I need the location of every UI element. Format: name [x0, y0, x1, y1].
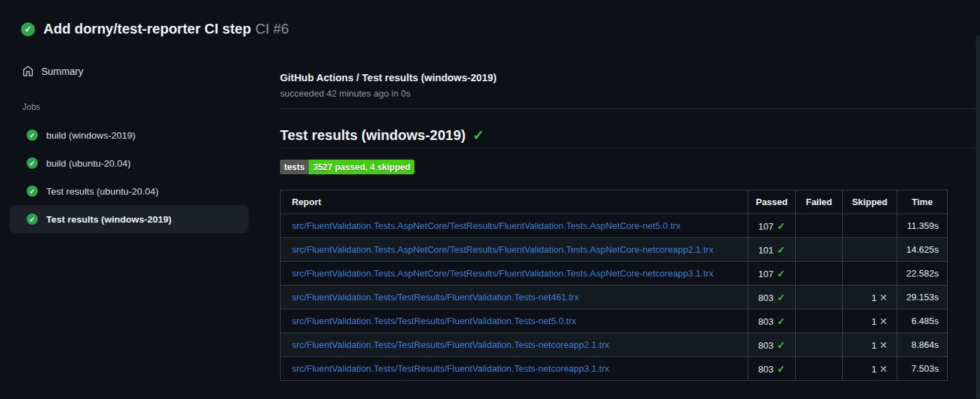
passed-cell: 803✓: [748, 286, 796, 309]
check-icon: ✓: [777, 220, 785, 232]
failed-cell: [796, 214, 843, 238]
table-row: src/FluentValidation.Tests/TestResults/F…: [281, 286, 948, 309]
skipped-cell: 1✕: [843, 286, 897, 309]
x-icon: ✕: [879, 363, 888, 374]
check-run-title: GitHub Actions / Test results (windows-2…: [280, 72, 496, 83]
run-number: CI #6: [255, 21, 289, 36]
failed-cell: [796, 333, 843, 357]
time-cell: 11.359s: [897, 214, 948, 238]
table-row: src/FluentValidation.Tests.AspNetCore/Te…: [281, 214, 948, 238]
check-run-status: succeeded 42 minutes ago in 0s: [280, 88, 410, 99]
divider: [280, 148, 980, 148]
report-link[interactable]: src/FluentValidation.Tests/TestResults/F…: [292, 363, 609, 374]
report-link[interactable]: src/FluentValidation.Tests/TestResults/F…: [292, 316, 576, 326]
report-link[interactable]: src/FluentValidation.Tests.AspNetCore/Te…: [292, 268, 713, 279]
home-icon: [22, 66, 34, 77]
jobs-section-label: Jobs: [22, 102, 40, 112]
report-link[interactable]: src/FluentValidation.Tests.AspNetCore/Te…: [292, 220, 680, 231]
sidebar-job-item[interactable]: ✓Test results (ubuntu-20.04): [10, 177, 248, 205]
success-check-icon: ✓: [27, 186, 38, 197]
passed-cell: 803✓: [748, 309, 796, 333]
column-header: Failed: [796, 190, 843, 214]
check-icon: ✓: [777, 316, 785, 327]
skipped-cell: [843, 238, 897, 262]
job-list: ✓build (windows-2019)✓build (ubuntu-20.0…: [10, 121, 248, 233]
skipped-cell: [843, 214, 897, 238]
time-cell: 8.864s: [897, 333, 948, 357]
skipped-cell: [843, 262, 897, 286]
column-header: Time: [897, 190, 948, 214]
time-cell: 6.485s: [897, 309, 948, 333]
x-icon: ✕: [879, 292, 888, 303]
table-row: src/FluentValidation.Tests/TestResults/F…: [281, 309, 948, 333]
x-icon: ✕: [879, 340, 888, 351]
success-check-icon: ✓: [27, 130, 38, 141]
skipped-cell: 1✕: [843, 333, 897, 357]
column-header: Skipped: [843, 190, 897, 214]
table-row: src/FluentValidation.Tests/TestResults/F…: [281, 333, 948, 357]
passed-cell: 101✓: [748, 238, 796, 262]
table-row: src/FluentValidation.Tests.AspNetCore/Te…: [281, 262, 948, 286]
report-link[interactable]: src/FluentValidation.Tests/TestResults/F…: [292, 340, 609, 350]
run-header: ✓ Add dorny/test-reporter CI stepCI #6: [21, 21, 289, 37]
time-cell: 22.582s: [897, 262, 948, 286]
failed-cell: [796, 286, 843, 309]
table-row: src/FluentValidation.Tests/TestResults/F…: [281, 357, 948, 381]
tests-badge[interactable]: tests 3527 passed, 4 skipped: [280, 160, 414, 174]
skipped-cell: 1✕: [843, 357, 897, 381]
column-header: Passed: [748, 190, 796, 214]
job-label: Test results (ubuntu-20.04): [46, 186, 159, 197]
summary-label: Summary: [41, 66, 83, 77]
time-cell: 7.503s: [897, 357, 948, 381]
failed-cell: [796, 309, 843, 333]
section-title: Test results (windows-2019): [280, 127, 465, 144]
passed-cell: 803✓: [748, 357, 796, 381]
failed-cell: [796, 357, 843, 381]
x-icon: ✕: [879, 316, 888, 327]
run-title: Add dorny/test-reporter CI step: [43, 21, 251, 36]
badge-label: tests: [280, 160, 309, 174]
test-results-table: ReportPassedFailedSkippedTime src/Fluent…: [280, 190, 948, 381]
job-label: build (ubuntu-20.04): [46, 158, 131, 169]
passed-cell: 107✓: [748, 262, 796, 286]
scrollbar[interactable]: [976, 35, 980, 399]
failed-cell: [796, 262, 843, 286]
skipped-cell: 1✕: [843, 309, 897, 333]
table-header-row: ReportPassedFailedSkippedTime: [281, 190, 948, 214]
success-check-icon: ✓: [21, 22, 35, 36]
passed-cell: 803✓: [748, 333, 796, 357]
check-icon: ✓: [777, 363, 785, 374]
check-icon: ✓: [777, 292, 785, 303]
sidebar-job-item[interactable]: ✓build (ubuntu-20.04): [10, 149, 248, 177]
failed-cell: [796, 238, 843, 262]
job-label: build (windows-2019): [46, 130, 136, 141]
report-link[interactable]: src/FluentValidation.Tests/TestResults/F…: [292, 292, 579, 302]
sidebar-job-item[interactable]: ✓build (windows-2019): [10, 121, 248, 149]
check-icon: ✓: [777, 244, 785, 255]
column-header: Report: [281, 190, 748, 214]
report-link[interactable]: src/FluentValidation.Tests.AspNetCore/Te…: [292, 244, 713, 255]
sidebar-item-summary[interactable]: Summary: [22, 66, 83, 77]
passed-cell: 107✓: [748, 214, 796, 238]
table-row: src/FluentValidation.Tests.AspNetCore/Te…: [281, 238, 948, 262]
time-cell: 14.625s: [897, 238, 948, 262]
sidebar-job-item[interactable]: ✓Test results (windows-2019): [10, 205, 248, 233]
check-icon: ✓: [777, 340, 785, 351]
success-check-icon: ✓: [27, 214, 38, 225]
success-check-icon: ✓: [27, 158, 38, 169]
check-icon: ✓: [777, 268, 785, 279]
divider: [280, 108, 980, 109]
check-icon: ✓: [472, 127, 484, 144]
time-cell: 29.153s: [897, 286, 948, 309]
section-title-row: Test results (windows-2019) ✓: [280, 127, 484, 144]
job-label: Test results (windows-2019): [46, 214, 172, 225]
badge-value: 3527 passed, 4 skipped: [309, 160, 414, 174]
